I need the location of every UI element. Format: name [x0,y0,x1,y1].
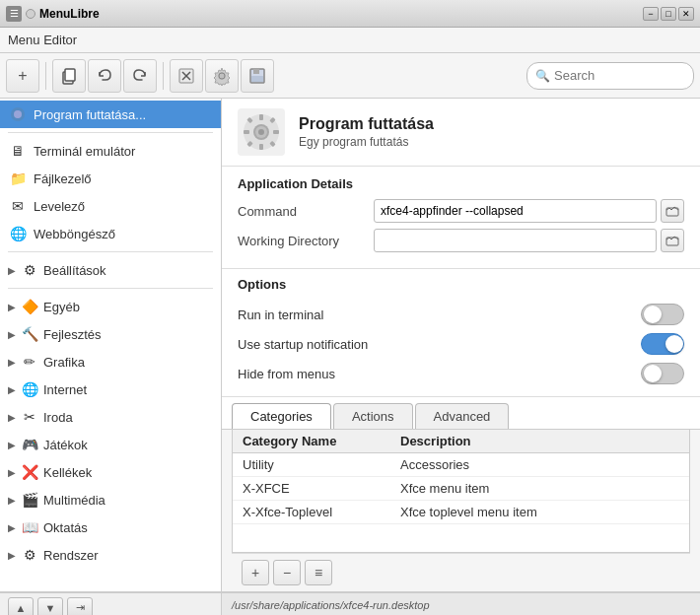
application-details-section: Application Details Command Working Dire… [222,167,700,269]
sidebar-item-kellekek[interactable]: ▶ ❌ Kellékek [0,458,221,486]
sidebar-item-multimedia[interactable]: ▶ 🎬 Multimédia [0,486,221,513]
copy-button[interactable] [52,59,86,93]
table-row[interactable]: X-XFCE Xfce menu item [233,477,689,501]
run-terminal-toggle[interactable] [641,304,684,325]
command-browse-button[interactable] [661,199,684,223]
sidebar-item-fejlesztes[interactable]: ▶ 🔨 Fejlesztés [0,320,221,348]
sidebar-divider-2 [8,251,213,252]
table-row[interactable]: X-Xfce-Toplevel Xfce toplevel menu item [233,501,689,524]
app-info: Program futtatása Egy program futtatás [299,115,434,149]
sidebar-item-beallitasok[interactable]: ▶ ⚙ Beállítások [0,256,221,284]
app-description: Egy program futtatás [299,135,434,149]
add-category-button[interactable]: + [242,560,269,585]
minimize-button[interactable]: − [643,7,659,21]
col-description: Description [400,434,679,448]
svg-rect-1 [65,69,75,81]
cut-button[interactable] [170,59,203,93]
run-terminal-label: Run in terminal [238,308,323,322]
sidebar-item-fajlkezelo[interactable]: 📁 Fájlkezelő [0,165,221,192]
tab-actions[interactable]: Actions [333,403,413,429]
tab-advanced[interactable]: Advanced [415,403,510,429]
sidebar-item-terminal[interactable]: 🖥 Terminál emulátor [0,137,221,165]
workdir-input-wrap [374,229,684,252]
svg-point-6 [219,73,225,79]
save-icon [248,67,266,85]
sidebar-label-kellekek: Kellékek [43,465,92,480]
sidebar-label-rendszer: Rendszer [43,548,99,563]
oktatas-icon: 📖 [20,517,39,537]
sidebar-item-levelező[interactable]: ✉ Levelező [0,192,221,220]
toolbar-separator-2 [163,62,164,90]
menu-bar: Menu Editor [0,28,700,53]
kellekek-icon: ❌ [20,462,39,482]
maximize-button[interactable]: □ [661,7,676,21]
menu-editor-label: Menu Editor [8,33,77,47]
run-terminal-knob [644,306,662,323]
row2-name: X-XFCE [243,481,400,496]
sidebar-item-webböngésző[interactable]: 🌐 Webböngésző [0,220,221,247]
sidebar-item-internet[interactable]: ▶ 🌐 Internet [0,376,221,403]
svg-rect-18 [273,130,279,134]
undo-icon [96,67,113,85]
svg-rect-9 [251,76,263,82]
nav-up-button[interactable]: ▲ [8,597,34,616]
sidebar-item-jatekok[interactable]: ▶ 🎮 Játékok [0,431,221,458]
status-bar: /usr/share/applications/xfce4-run.deskto… [222,592,700,615]
save-button[interactable] [241,59,274,93]
preferences-button[interactable] [205,59,239,93]
fejlesztes-icon: 🔨 [20,324,39,344]
sidebar-label-fajlkezelo: Fájlkezelő [34,171,92,186]
remove-category-button[interactable]: − [273,560,301,585]
chevron-kellekek: ▶ [8,467,16,478]
table-row[interactable]: Utility Accessories [233,453,689,477]
sidebar-item-iroda[interactable]: ▶ ✂ Iroda [0,403,221,431]
sidebar-item-egyeb[interactable]: ▶ 🔶 Egyéb [0,293,221,320]
app-icon: ☰ [6,6,22,22]
hide-from-menus-toggle[interactable] [641,363,684,384]
sidebar-label-beallitasok: Beállítások [43,263,106,278]
options-section: Options Run in terminal Use startup noti… [222,269,700,397]
title-bar-text: MenuLibre [39,7,100,21]
sidebar-label-webböngésző: Webböngésző [34,227,115,241]
search-box[interactable]: 🔍 [526,62,694,90]
edit-category-button[interactable]: ≡ [305,560,332,585]
sidebar-item-grafika[interactable]: ▶ ✏ Grafika [0,348,221,376]
close-button[interactable]: ✕ [678,7,694,21]
redo-button[interactable] [123,59,157,93]
startup-notification-toggle[interactable] [641,333,684,355]
undo-button[interactable] [88,59,121,93]
chevron-rendszer: ▶ [8,550,16,561]
startup-notification-label: Use startup notification [238,337,368,352]
egyeb-icon: 🔶 [20,297,39,316]
tabs-bar: Categories Actions Advanced [222,397,700,430]
workdir-browse-icon [665,235,679,246]
command-input[interactable] [374,199,657,223]
add-button[interactable]: + [6,59,39,93]
nav-down-button[interactable]: ▼ [37,597,63,616]
copy-icon [60,67,78,85]
chevron-multimedia: ▶ [8,495,16,506]
startup-notification-knob [665,335,683,353]
application-details-title: Application Details [238,176,684,191]
command-field-row: Command [238,199,684,223]
hide-from-menus-knob [644,365,662,382]
workdir-browse-button[interactable] [661,229,684,252]
program-futtatasa-icon [8,104,28,124]
jatekok-icon: 🎮 [20,435,39,454]
sidebar-item-program-futtatasa[interactable]: Program futtatása... [0,101,221,128]
hide-from-menus-label: Hide from menus [238,367,335,381]
svg-rect-15 [259,114,263,120]
search-input[interactable] [554,68,685,83]
chevron-oktatas: ▶ [8,522,16,533]
content-panel: Program futtatása Egy program futtatás A… [222,99,700,591]
redo-icon [131,67,149,85]
hide-from-menus-row: Hide from menus [238,359,684,388]
workdir-input[interactable] [374,229,657,252]
sidebar-item-rendszer[interactable]: ▶ ⚙ Rendszer [0,541,221,569]
nav-indent-button[interactable]: ⇥ [67,597,93,616]
tab-categories[interactable]: Categories [232,403,331,429]
webböngésző-icon: 🌐 [8,224,28,243]
window-controls: − □ ✕ [643,7,694,21]
sidebar-item-oktatas[interactable]: ▶ 📖 Oktatás [0,513,221,541]
svg-rect-8 [253,69,259,74]
